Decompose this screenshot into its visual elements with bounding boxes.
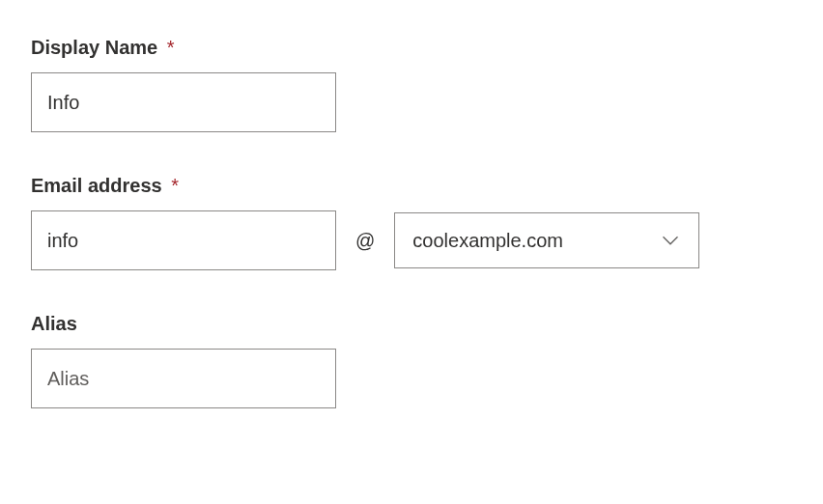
display-name-group: Display Name *: [31, 37, 792, 132]
alias-label: Alias: [31, 313, 792, 335]
email-row: @ coolexample.com: [31, 210, 792, 270]
required-asterisk: *: [171, 175, 179, 196]
alias-input[interactable]: [31, 349, 336, 408]
at-symbol: @: [355, 230, 375, 252]
display-name-label-text: Display Name: [31, 37, 157, 58]
email-local-input[interactable]: [31, 210, 336, 270]
alias-label-text: Alias: [31, 313, 77, 334]
email-domain-selected: coolexample.com: [412, 230, 660, 252]
email-address-label: Email address *: [31, 175, 792, 197]
chevron-down-icon: [660, 230, 681, 251]
email-address-group: Email address * @ coolexample.com: [31, 175, 792, 270]
alias-group: Alias: [31, 313, 792, 408]
email-domain-dropdown[interactable]: coolexample.com: [394, 212, 699, 268]
email-address-label-text: Email address: [31, 175, 162, 196]
display-name-input[interactable]: [31, 72, 336, 132]
display-name-label: Display Name *: [31, 37, 792, 59]
required-asterisk: *: [167, 37, 175, 58]
